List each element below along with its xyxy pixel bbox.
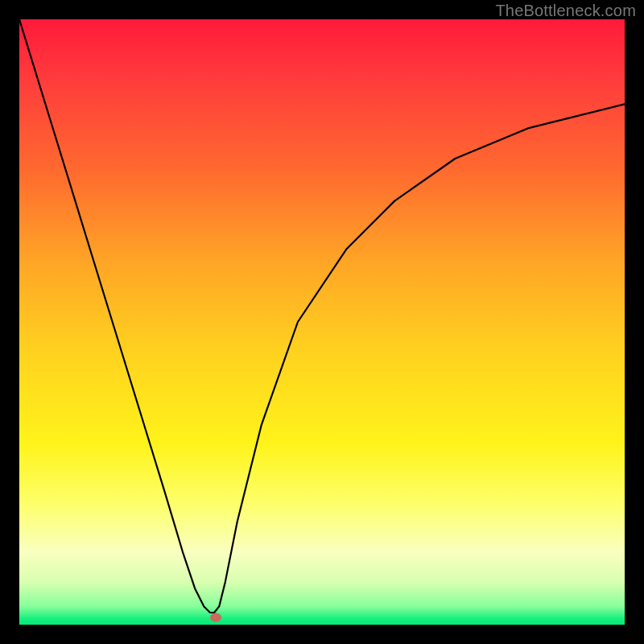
minimum-marker	[210, 613, 221, 621]
chart-frame: TheBottleneck.com	[0, 0, 644, 644]
curve-svg	[19, 19, 625, 625]
curve-path	[19, 19, 625, 613]
watermark-text: TheBottleneck.com	[495, 2, 636, 20]
